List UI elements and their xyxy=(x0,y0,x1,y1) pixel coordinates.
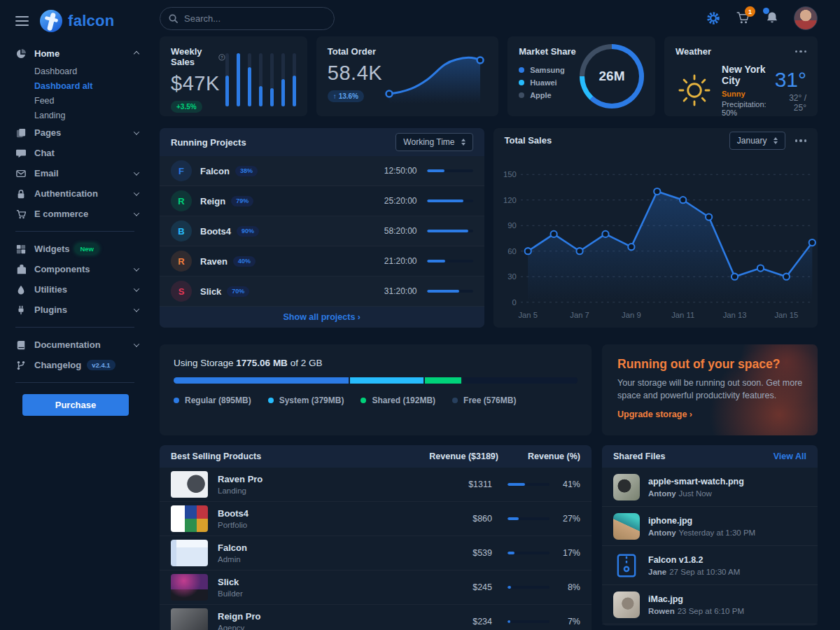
sidebar-item-home[interactable]: Home xyxy=(15,43,141,64)
project-row[interactable]: FFalcon38%12:50:00 xyxy=(160,156,484,186)
svg-text:30: 30 xyxy=(507,272,517,281)
pages-icon xyxy=(15,127,27,139)
file-row[interactable]: iphone.jpgAntonyYesterday at 1:30 PM xyxy=(602,507,818,546)
sidebar-item-authentication[interactable]: Authentication xyxy=(15,183,141,204)
month-select[interactable]: January xyxy=(729,132,785,150)
chevron-down-icon xyxy=(134,129,139,134)
sidebar-item-label: Changelog xyxy=(34,360,81,370)
purchase-button[interactable]: Purchase xyxy=(22,394,129,416)
total-order-badge: ↑ 13.6% xyxy=(328,90,364,102)
settings-gear-icon[interactable] xyxy=(706,10,721,26)
product-row[interactable]: Boots4Portfolio$86027% xyxy=(160,502,592,536)
storage-segment-regular xyxy=(174,377,350,384)
project-name: Boots4 xyxy=(200,226,231,237)
search-input[interactable] xyxy=(160,7,335,30)
main-content: 1 Weekly Sales ? $47K +3.5% xyxy=(160,0,818,630)
file-name: iMac.jpg xyxy=(648,594,744,604)
ellipsis-menu-icon[interactable] xyxy=(795,139,807,142)
project-progress-bar xyxy=(427,200,473,202)
file-user: Jane xyxy=(648,568,666,576)
sidebar-item-widgets[interactable]: WidgetsNew xyxy=(15,239,141,259)
user-avatar[interactable] xyxy=(794,6,818,30)
sidebar-item-label: Documentation xyxy=(34,340,101,350)
view-all-link[interactable]: View All xyxy=(774,451,806,461)
product-revenue: $539 xyxy=(436,548,492,558)
product-row[interactable]: Raven ProLanding$131141% xyxy=(160,468,592,502)
product-thumbnail xyxy=(171,505,208,532)
ellipsis-menu-icon[interactable] xyxy=(795,50,807,53)
weekly-sales-value: $47K xyxy=(171,72,225,95)
legend-item-huawei: Huawei xyxy=(519,76,576,89)
sidebar-item-documentation[interactable]: Documentation xyxy=(15,335,141,355)
project-row[interactable]: SSlick70%31:20:00 xyxy=(160,276,484,307)
legend-label: Shared (192MB) xyxy=(372,396,435,405)
product-progress-bar xyxy=(507,620,550,623)
file-user: Antony xyxy=(648,489,676,498)
project-row[interactable]: RRaven40%21:20:00 xyxy=(160,246,484,276)
product-name: Falcon xyxy=(218,542,247,553)
sales-chart-svg: 1501209060300Jan 5Jan 7Jan 9Jan 11Jan 13… xyxy=(493,153,818,328)
product-row[interactable]: Reign ProAgency$2347% xyxy=(160,605,592,630)
menu-toggle-icon[interactable] xyxy=(15,16,29,26)
file-meta: AntonyYesterday at 1:30 PM xyxy=(648,528,755,537)
file-row[interactable]: Falcon v1.8.2Jane27 Sep at 10:30 AM xyxy=(602,546,818,585)
working-time-select[interactable]: Working Time xyxy=(396,133,472,151)
product-list: Raven ProLanding$131141%Boots4Portfolio$… xyxy=(160,468,592,630)
total-sales-line-chart: 1501209060300Jan 5Jan 7Jan 9Jan 11Jan 13… xyxy=(493,153,818,328)
panel-title: Shared Files xyxy=(613,451,665,461)
sidebar-item-email[interactable]: Email xyxy=(15,163,141,183)
product-category: Agency xyxy=(218,624,260,630)
sidebar-item-feed[interactable]: Feed xyxy=(15,93,141,108)
project-name: Slick xyxy=(200,286,221,297)
product-revenue-pct: 41% xyxy=(550,479,580,489)
upgrade-body: Your storage will be running out soon. G… xyxy=(617,377,818,402)
sidebar-item-components[interactable]: Components xyxy=(15,259,141,279)
card-title: Weather xyxy=(676,46,711,57)
info-question-icon[interactable]: ? xyxy=(218,52,225,62)
product-row[interactable]: SlickBuilder$2458% xyxy=(160,570,592,605)
legend-dot xyxy=(519,92,524,98)
project-row[interactable]: RReign79%25:20:00 xyxy=(160,186,484,216)
project-row[interactable]: BBoots490%58:20:00 xyxy=(160,216,484,246)
storage-segment-free xyxy=(463,377,578,384)
chevron-down-icon xyxy=(134,190,139,195)
project-progress-badge: 38% xyxy=(235,166,258,176)
svg-text:60: 60 xyxy=(507,247,517,255)
cart-icon[interactable]: 1 xyxy=(735,10,750,26)
sidebar-item-dashboard[interactable]: Dashboard xyxy=(15,64,141,78)
sidebar-item-label: Pages xyxy=(34,127,61,138)
file-row[interactable]: iMac.jpgRowen23 Sep at 6:10 PM xyxy=(602,585,818,624)
sidebar-item-changelog[interactable]: Changelogv2.4.1 xyxy=(15,355,141,375)
product-row[interactable]: FalconAdmin$53917% xyxy=(160,536,592,570)
falcon-logo[interactable]: falcon xyxy=(40,10,115,32)
project-time: 31:20:00 xyxy=(384,286,417,296)
sidebar-item-dashboard-alt[interactable]: Dashboard alt xyxy=(15,78,141,93)
chevron-down-icon xyxy=(134,169,139,175)
best-selling-products-card: Best Selling Products Revenue ($3189) Re… xyxy=(160,445,592,630)
sidebar-item-utilities[interactable]: Utilities xyxy=(15,279,141,300)
project-progress-bar xyxy=(427,230,473,232)
sidebar-item-pages[interactable]: Pages xyxy=(15,122,141,143)
file-user: Rowen xyxy=(648,607,675,615)
sidebar-item-landing[interactable]: Landing xyxy=(15,108,141,122)
legend-dot xyxy=(452,398,458,403)
notifications-bell-icon[interactable] xyxy=(764,10,780,26)
chevron-down-icon xyxy=(134,306,139,312)
market-share-donut-chart: 26M xyxy=(580,44,644,108)
sidebar-item-e-commerce[interactable]: E commerce xyxy=(15,204,141,224)
card-title: Total Order xyxy=(328,46,382,57)
legend-label: Huawei xyxy=(530,78,557,87)
product-revenue-pct: 17% xyxy=(550,548,580,558)
project-avatar: B xyxy=(171,220,192,241)
sidebar-item-chat[interactable]: Chat xyxy=(15,143,141,163)
file-row[interactable]: apple-smart-watch.pngAntonyJust Now xyxy=(602,468,818,507)
product-progress-bar xyxy=(507,483,550,486)
column-revenue: Revenue ($3189) xyxy=(429,451,498,461)
weather-city: New York City xyxy=(722,64,766,86)
sidebar-item-plugins[interactable]: Plugins xyxy=(15,300,141,320)
weekly-sales-bar xyxy=(293,53,296,106)
product-progress-bar xyxy=(507,586,550,589)
upgrade-storage-link[interactable]: Upgrade storage › xyxy=(617,410,692,419)
show-all-projects-link[interactable]: Show all projects › xyxy=(160,307,484,328)
legend-dot xyxy=(519,80,524,85)
